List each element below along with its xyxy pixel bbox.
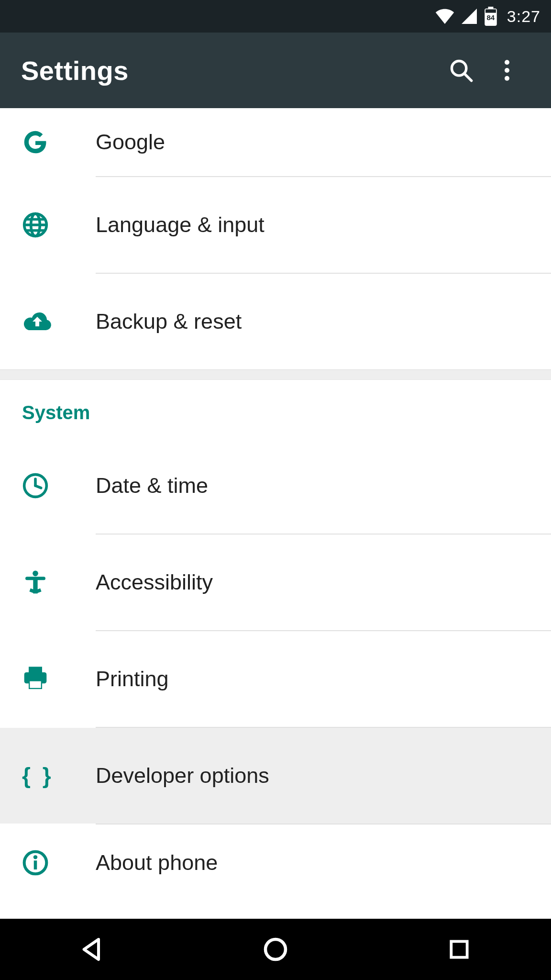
navigation-bar <box>0 919 551 980</box>
battery-icon: 84 <box>484 7 497 26</box>
back-icon <box>78 936 105 963</box>
svg-rect-24 <box>30 681 41 688</box>
home-icon <box>262 936 289 963</box>
status-time: 3:27 <box>507 7 540 26</box>
nav-back-button[interactable] <box>44 919 140 980</box>
item-printing[interactable]: Printing <box>0 631 551 727</box>
item-date-time[interactable]: Date & time <box>0 438 551 534</box>
nav-recent-button[interactable] <box>411 919 507 980</box>
svg-rect-26 <box>34 860 37 869</box>
item-label: Accessibility <box>96 570 551 595</box>
svg-rect-21 <box>29 667 42 672</box>
globe-icon <box>22 212 49 238</box>
page-title: Settings <box>21 55 438 86</box>
svg-line-4 <box>464 74 472 81</box>
recent-apps-icon <box>447 937 471 961</box>
item-label: Google <box>96 130 551 155</box>
svg-point-5 <box>505 60 509 65</box>
battery-percent: 84 <box>486 13 495 22</box>
info-icon <box>22 849 49 876</box>
overflow-menu-button[interactable] <box>484 47 530 93</box>
item-label: Developer options <box>96 763 551 788</box>
cloud-upload-icon <box>22 310 53 333</box>
section-separator <box>0 369 551 380</box>
nav-home-button[interactable] <box>228 919 323 980</box>
status-bar: 84 3:27 <box>0 0 551 33</box>
item-label: About phone <box>96 850 551 875</box>
svg-rect-1 <box>488 7 493 9</box>
app-bar: Settings <box>0 33 551 108</box>
google-icon <box>22 129 49 156</box>
svg-line-15 <box>35 486 41 488</box>
svg-rect-2 <box>485 9 496 12</box>
settings-list[interactable]: Google Language & input <box>0 108 551 919</box>
item-label: Language & input <box>96 212 551 237</box>
accessibility-icon <box>22 569 49 596</box>
svg-rect-29 <box>451 941 467 957</box>
svg-point-27 <box>33 855 37 859</box>
item-developer-options[interactable]: { } Developer options <box>0 728 551 824</box>
item-about-phone[interactable]: About phone <box>0 824 551 901</box>
more-vert-icon <box>505 60 509 81</box>
item-google[interactable]: Google <box>0 108 551 176</box>
printer-icon <box>22 667 49 691</box>
svg-point-6 <box>505 68 509 73</box>
item-label: Printing <box>96 667 551 691</box>
wifi-icon <box>435 9 454 24</box>
search-button[interactable] <box>438 47 484 93</box>
item-backup-reset[interactable]: Backup & reset <box>0 274 551 369</box>
cell-signal-icon <box>461 9 477 24</box>
item-label: Date & time <box>96 473 551 498</box>
search-icon <box>449 58 474 83</box>
svg-point-7 <box>505 76 509 81</box>
item-accessibility[interactable]: Accessibility <box>0 535 551 630</box>
braces-icon: { } <box>22 763 54 789</box>
svg-point-16 <box>33 571 38 577</box>
section-header-system: System <box>0 380 551 438</box>
item-label: Backup & reset <box>96 309 551 334</box>
svg-point-28 <box>265 939 286 959</box>
item-language-input[interactable]: Language & input <box>0 177 551 273</box>
clock-icon <box>22 472 49 499</box>
